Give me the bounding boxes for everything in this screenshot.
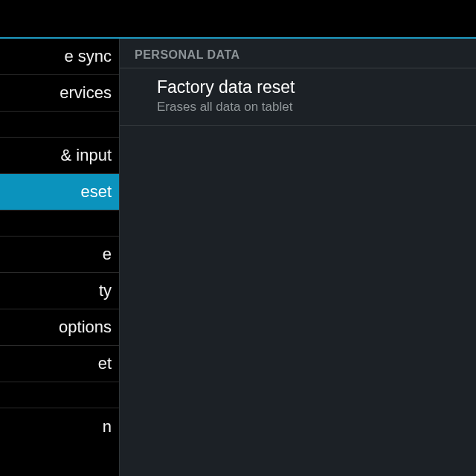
sidebar-item-about-tablet[interactable]: et xyxy=(0,346,119,382)
content-area: e sync ervices & input eset e ty options… xyxy=(0,39,476,476)
sidebar-item-footer[interactable]: n xyxy=(0,408,119,445)
sidebar-item-label: e xyxy=(103,245,112,264)
sidebar-item-language-input[interactable]: & input xyxy=(0,138,119,174)
sidebar-item-label: n xyxy=(103,417,112,437)
row-summary: Erases all data on tablet xyxy=(157,100,461,115)
sidebar-category-gap xyxy=(0,210,119,237)
sidebar-item-label: ty xyxy=(99,281,112,300)
main-panel: PERSONAL DATA Factory data reset Erases … xyxy=(119,39,476,476)
section-header-personal-data: PERSONAL DATA xyxy=(120,39,476,68)
row-factory-data-reset[interactable]: Factory data reset Erases all data on ta… xyxy=(120,68,476,126)
sidebar-category-gap xyxy=(0,112,119,138)
sidebar-item-sync[interactable]: e sync xyxy=(0,39,119,75)
sidebar-item-backup-reset[interactable]: eset xyxy=(0,174,119,210)
settings-sidebar: e sync ervices & input eset e ty options… xyxy=(0,39,119,476)
sidebar-item-accessibility[interactable]: ty xyxy=(0,273,119,309)
sidebar-item-label: et xyxy=(98,354,112,373)
sidebar-item-label: & input xyxy=(61,146,112,165)
sidebar-item-label: ervices xyxy=(60,83,112,103)
sidebar-item-label: options xyxy=(59,318,112,337)
sidebar-item-label: eset xyxy=(80,182,112,202)
sidebar-item-services[interactable]: ervices xyxy=(0,75,119,112)
row-title: Factory data reset xyxy=(157,77,461,97)
sidebar-item-developer-options[interactable]: options xyxy=(0,309,119,346)
status-bar-gap xyxy=(0,0,476,37)
sidebar-category-gap xyxy=(0,382,119,408)
sidebar-item-date[interactable]: e xyxy=(0,237,119,273)
section-header-label: PERSONAL DATA xyxy=(135,48,240,61)
sidebar-item-label: e sync xyxy=(64,47,112,66)
